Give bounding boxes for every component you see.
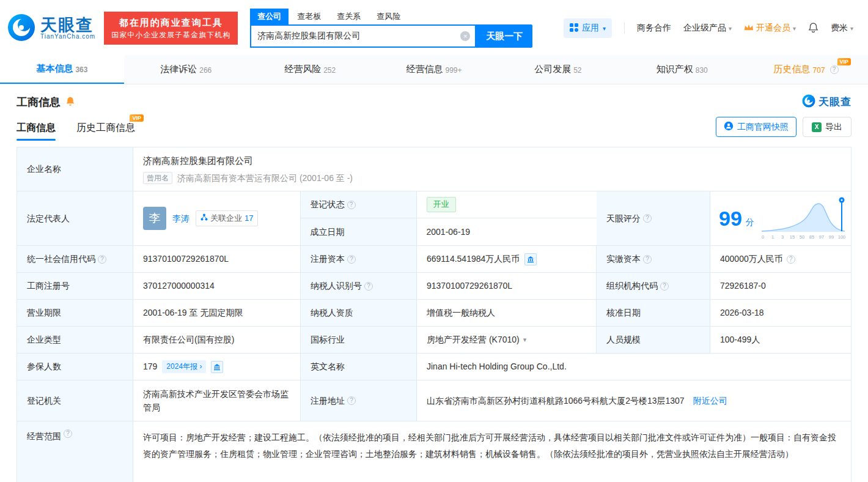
crown-icon <box>744 23 754 33</box>
help-icon[interactable] <box>64 429 72 438</box>
top-nav: 应用 商务合作 企业级产品 开通会员 <box>564 18 853 38</box>
biz-scope-value: 许可项目：房地产开发经营；建设工程施工。（依法须经批准的项目，经相关部门批准后方… <box>133 421 851 482</box>
tab-legal-litigation[interactable]: 法律诉讼 266 <box>124 55 248 84</box>
svg-text:99: 99 <box>829 234 834 240</box>
industry-value: 房地产开发经营 (K7010) <box>427 333 520 346</box>
search-tab-company[interactable]: 查公司 <box>250 9 289 24</box>
org-code-label: 组织机构代码 <box>597 273 710 300</box>
help-icon[interactable] <box>660 282 669 291</box>
chevron-down-icon[interactable] <box>523 335 527 346</box>
svg-text:1: 1 <box>771 234 774 240</box>
industry-label: 国标行业 <box>301 327 417 354</box>
tab-intellectual-property[interactable]: 知识产权 830 <box>620 55 744 84</box>
clear-icon[interactable] <box>460 31 470 41</box>
establish-date-value: 2001-06-19 <box>417 218 597 245</box>
staff-size-value: 100-499人 <box>710 327 851 354</box>
table-row: 参保人数 179 2024年报 英文名称 Ji <box>17 354 851 380</box>
notification-bell[interactable] <box>808 22 818 35</box>
biz-term-value: 2001-06-19 至 无固定期限 <box>133 300 301 327</box>
chevron-down-icon <box>850 25 853 32</box>
score-curve-chart: 0 1 3 15 50 85 97 99 100 <box>760 193 846 244</box>
section-title: 工商信息 <box>17 95 61 109</box>
reg-number-value: 370127000000314 <box>133 273 301 300</box>
company-name-label: 企业名称 <box>17 147 133 191</box>
taxpayer-id-label: 纳税人识别号 <box>301 273 417 300</box>
snapshot-person-icon <box>724 121 734 133</box>
export-button[interactable]: 导出 <box>803 117 851 137</box>
tianyancha-logo-icon <box>7 13 35 43</box>
tab-operation-risk[interactable]: 经营风险 252 <box>248 55 372 84</box>
company-type-label: 企业类型 <box>17 327 133 354</box>
user-menu[interactable]: 费米 <box>831 23 853 34</box>
help-icon[interactable] <box>830 65 839 74</box>
excel-icon <box>812 122 822 132</box>
svg-text:0: 0 <box>762 234 764 240</box>
nav-open-vip[interactable]: 开通会员 <box>744 23 796 34</box>
grid-icon <box>570 23 578 34</box>
tab-company-development[interactable]: 公司发展 52 <box>496 55 620 84</box>
help-icon[interactable] <box>643 255 652 264</box>
tab-operation-info[interactable]: 经营信息 999+ <box>372 55 496 84</box>
reg-authority-label: 登记机关 <box>17 380 133 421</box>
annual-report-badge[interactable]: 2024年报 <box>162 360 206 373</box>
former-name-tag: 曾用名 <box>143 172 172 184</box>
search-input[interactable] <box>257 31 460 41</box>
tab-basic-info[interactable]: 基本信息 363 <box>0 55 124 84</box>
subscribe-bell-icon[interactable] <box>65 96 75 108</box>
capital-history-icon[interactable] <box>524 253 537 265</box>
tab-history-info[interactable]: VIP 历史信息 707 <box>744 55 868 84</box>
taxpayer-id-value: 91370100729261870L <box>417 273 597 300</box>
main-content: 工商信息 天眼查 工商信息 <box>0 84 868 482</box>
user-name: 费米 <box>831 23 848 34</box>
biz-term-label: 营业期限 <box>17 300 133 327</box>
reg-number-label: 工商注册号 <box>17 273 133 300</box>
help-icon[interactable] <box>347 201 356 209</box>
insured-value: 179 <box>143 360 157 373</box>
company-name-value: 济南高新控股集团有限公司 <box>143 154 353 168</box>
help-icon[interactable] <box>347 396 356 405</box>
former-name-value[interactable]: 济南高新国有资本营运有限公司 (2001-06 至 -) <box>177 171 353 185</box>
search-tabs: 查公司 查老板 查关系 查风险 <box>250 9 532 24</box>
help-icon[interactable] <box>787 255 795 264</box>
taxpayer-quality-value: 增值税一般纳税人 <box>417 300 597 327</box>
chevron-down-icon <box>793 25 796 32</box>
related-companies-pill[interactable]: 关联企业 17 <box>196 210 258 227</box>
table-row: 统一社会信用代码 91370100729261870L 注册资本 669114.… <box>17 246 851 273</box>
approve-date-label: 核准日期 <box>597 300 710 327</box>
nearby-companies-link[interactable]: 附近公司 <box>693 394 727 407</box>
svg-text:97: 97 <box>819 234 824 240</box>
nav-business-cooperation[interactable]: 商务合作 <box>637 23 671 34</box>
search-tab-risk[interactable]: 查风险 <box>369 9 408 24</box>
svg-text:15: 15 <box>790 234 795 240</box>
tianyancha-logo[interactable]: 天眼查 TianYanCha.com <box>7 13 95 43</box>
apps-menu-button[interactable]: 应用 <box>564 18 612 38</box>
subtab-history-business-info[interactable]: VIP 历史工商信息 <box>76 122 135 141</box>
table-row: 法定代表人 李 李涛 关联企业 <box>17 191 851 246</box>
search-tab-boss[interactable]: 查老板 <box>290 9 328 24</box>
chevron-down-icon <box>729 25 732 32</box>
apps-label: 应用 <box>582 23 599 34</box>
subtab-business-info[interactable]: 工商信息 <box>17 122 56 141</box>
svg-text:50: 50 <box>800 234 804 240</box>
score-label: 天眼评分 <box>597 191 710 246</box>
help-icon[interactable] <box>364 282 373 291</box>
approve-date-value: 2026-03-18 <box>710 300 851 327</box>
insured-history-icon[interactable] <box>211 361 223 373</box>
legal-rep-name-link[interactable]: 李涛 <box>172 212 189 225</box>
reg-capital-label: 注册资本 <box>301 246 417 273</box>
help-icon[interactable] <box>98 255 106 264</box>
nav-enterprise-products[interactable]: 企业级产品 <box>683 23 732 34</box>
help-icon[interactable] <box>347 255 356 264</box>
search-button[interactable]: 天眼一下 <box>476 24 532 48</box>
paid-capital-value: 400000万人民币 <box>720 252 783 265</box>
company-type-value: 有限责任公司(国有控股) <box>133 327 301 354</box>
help-icon[interactable] <box>643 214 652 223</box>
score-unit: 分 <box>746 215 754 229</box>
business-info-table: 企业名称 济南高新控股集团有限公司 曾用名 济南高新国有资本营运有限公司 (20… <box>17 147 851 482</box>
search-tab-relation[interactable]: 查关系 <box>329 9 368 24</box>
official-snapshot-button[interactable]: 工商官网快照 <box>716 117 796 137</box>
org-chart-icon <box>200 212 208 225</box>
legal-rep-avatar[interactable]: 李 <box>143 207 166 230</box>
svg-text:85: 85 <box>809 234 814 240</box>
section-header: 工商信息 天眼查 <box>17 84 851 117</box>
